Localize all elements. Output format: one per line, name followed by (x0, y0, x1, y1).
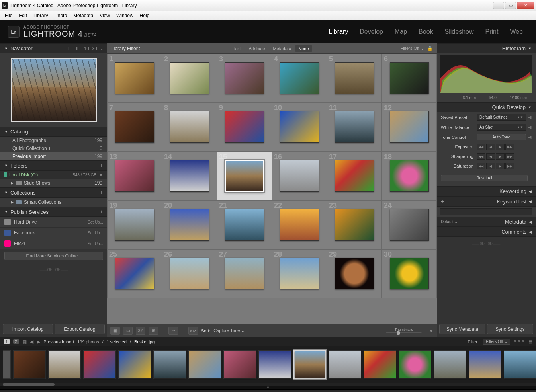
sort-direction-icon[interactable]: a↕z (188, 327, 198, 335)
sharpening-stepper[interactable]: ◀◀◀▶▶▶ (477, 153, 514, 160)
grid-cell[interactable]: 6 (382, 54, 437, 103)
grid-cell[interactable]: 3 (217, 54, 272, 103)
exposure-stepper[interactable]: ◀◀◀▶▶▶ (477, 144, 514, 150)
thumbnail-grid-area[interactable]: 1234567891011121314151617181920212223242… (107, 54, 437, 324)
filmstrip-thumb[interactable] (293, 350, 326, 379)
reset-all-button[interactable]: Reset All (441, 175, 528, 181)
grid-cell[interactable]: 20 (162, 200, 217, 249)
filters-preset-dropdown[interactable]: Filters Off ⌄ (400, 46, 424, 51)
filmstrip-thumb[interactable] (83, 350, 116, 379)
filmstrip[interactable] (0, 346, 536, 383)
disclosure-icon[interactable]: ◀ (528, 115, 532, 120)
filmstrip-scrollbar[interactable] (0, 383, 536, 386)
saved-preset-dropdown[interactable]: Default Settings▲▼ (477, 114, 526, 121)
chevron-down-icon[interactable]: ▼ (99, 172, 103, 177)
grid-cell[interactable]: 29 (327, 249, 382, 298)
grid-cell[interactable]: 23 (327, 200, 382, 249)
compare-view-icon[interactable]: XY (136, 327, 145, 335)
folders-header[interactable]: ▼ Folders + (0, 160, 107, 171)
lock-icon[interactable]: 🔒 (427, 46, 433, 51)
grid-cell[interactable]: 27 (217, 249, 272, 298)
grid-cell[interactable]: 18 (382, 152, 437, 201)
metadata-preset-dropdown[interactable]: Default ⌄ (441, 220, 458, 224)
folder-row[interactable]: ▶Slide Shows199 (0, 179, 107, 187)
nav-zoom-3-1[interactable]: 3:1 (92, 47, 98, 51)
filmstrip-thumb[interactable] (188, 350, 221, 379)
flag-filter-icon[interactable]: ⚑⚑⚑ (513, 339, 525, 344)
metadata-header[interactable]: Default ⌄ Metadata◀ (437, 217, 536, 227)
histogram-header[interactable]: Histogram ▼ (437, 43, 536, 53)
source-crumb[interactable]: Previous Import (43, 339, 74, 344)
grid-cell[interactable]: 25 (107, 249, 162, 298)
filmstrip-thumb[interactable] (258, 350, 291, 379)
module-slideshow[interactable]: Slideshow (439, 28, 480, 35)
disclosure-icon[interactable]: ◀ (528, 135, 532, 140)
catalog-row[interactable]: All Photographs199 (0, 137, 107, 144)
find-services-button[interactable]: Find More Services Online... (4, 252, 103, 260)
sort-dropdown[interactable]: Capture Time ⌄ (213, 328, 245, 333)
grid-cell[interactable]: 9 (217, 103, 272, 152)
grid-cell[interactable]: 7 (107, 103, 162, 152)
sync-metadata-button[interactable]: Sync Metadata (439, 324, 485, 334)
grid-cell[interactable]: 22 (272, 200, 327, 249)
filmstrip-thumb[interactable] (153, 350, 186, 379)
filter-attribute[interactable]: Attribute (245, 46, 269, 51)
filmstrip-options-icon[interactable]: ▤ (528, 339, 532, 344)
filmstrip-thumb[interactable] (504, 350, 536, 379)
menu-edit[interactable]: Edit (16, 12, 29, 19)
grid-cell[interactable]: 17 (327, 152, 382, 201)
grid-view-icon[interactable]: ▦ (110, 327, 120, 335)
navigator-header[interactable]: ▼ Navigator FITFILL1:13:1⌄ (0, 43, 107, 53)
keywording-header[interactable]: Keywording◀ (437, 186, 536, 196)
nav-fwd-icon[interactable]: ▶ (37, 339, 40, 345)
module-map[interactable]: Map (389, 28, 413, 35)
publish-service-row[interactable]: FlickrSet Up... (0, 238, 107, 249)
import-catalog-button[interactable]: Import Catalog (3, 324, 53, 334)
grid-cell[interactable]: 2 (162, 54, 217, 103)
add-keyword-icon[interactable]: + (441, 198, 444, 205)
navigator-preview[interactable] (0, 53, 107, 127)
keyword-list-header[interactable]: + Keyword List◀ (437, 196, 536, 207)
nav-zoom-fit[interactable]: FIT (65, 47, 71, 51)
filmstrip-thumb[interactable] (434, 350, 466, 379)
module-web[interactable]: Web (504, 28, 528, 35)
filter-metadata[interactable]: Metadata (269, 46, 295, 51)
filter-none[interactable]: None (295, 45, 312, 52)
grid-cell[interactable]: 1 (107, 54, 162, 103)
grid-cell[interactable]: 4 (272, 54, 327, 103)
add-publish-icon[interactable]: + (100, 209, 103, 215)
grid-cell[interactable]: 8 (162, 103, 217, 152)
add-collection-icon[interactable]: + (100, 189, 103, 196)
filmstrip-filter-dropdown[interactable]: Filters Off ⌄ (483, 339, 510, 345)
minimize-button[interactable]: — (493, 2, 504, 9)
keyword-input[interactable] (440, 208, 532, 215)
chevron-down-icon[interactable]: ⌄ (100, 47, 103, 51)
grid-cell[interactable]: 14 (162, 152, 217, 201)
export-catalog-button[interactable]: Export Catalog (55, 324, 105, 334)
publish-header[interactable]: ▼ Publish Services + (0, 207, 107, 217)
grid-cell[interactable]: 30 (382, 249, 437, 298)
grid-cell[interactable]: 13 (107, 152, 162, 201)
filmstrip-thumb[interactable] (48, 350, 81, 379)
grid-cell[interactable]: 26 (162, 249, 217, 298)
catalog-row[interactable]: Previous Import199 (0, 152, 107, 160)
publish-service-row[interactable]: FacebookSet Up... (0, 228, 107, 238)
auto-tone-button[interactable]: Auto Tone (477, 134, 526, 140)
filmstrip-thumb[interactable] (223, 350, 256, 379)
volume-row[interactable]: Local Disk (C:) 548 / 735 GB ▼ (0, 171, 107, 179)
menu-view[interactable]: View (97, 12, 112, 19)
screen1-badge[interactable]: 1 (4, 339, 10, 344)
sync-settings-button[interactable]: Sync Settings (487, 324, 533, 334)
catalog-header[interactable]: ▼ Catalog (0, 127, 107, 137)
disclosure-icon[interactable]: ◀ (528, 125, 532, 130)
grid-cell[interactable]: 21 (217, 200, 272, 249)
grid-cell[interactable]: 24 (382, 200, 437, 249)
menu-window[interactable]: Window (114, 12, 136, 19)
nav-zoom-1-1[interactable]: 1:1 (84, 47, 90, 51)
screen2-badge[interactable]: 2 (13, 339, 20, 344)
filmstrip-thumb[interactable] (364, 350, 396, 379)
grid-cell[interactable]: 10 (272, 103, 327, 152)
maximize-button[interactable]: ▭ (505, 2, 516, 9)
module-library[interactable]: Library (323, 28, 354, 35)
loupe-view-icon[interactable]: ▭ (123, 327, 133, 335)
